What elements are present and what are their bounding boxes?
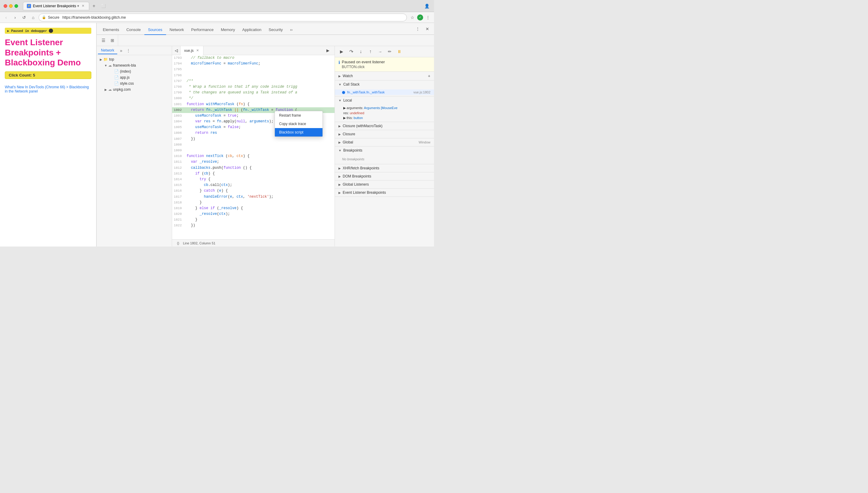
devtools-close-icon[interactable]: ✕ (423, 25, 432, 33)
extension-button[interactable]: ✓ (417, 15, 423, 21)
step-over-btn[interactable]: ↷ (347, 47, 355, 56)
dom-breakpoints-header[interactable]: ▶ DOM Breakpoints (335, 172, 434, 180)
title-bar: ⚡ Event Listener Breakpoints + ✕ + ⬜ 👤 (0, 0, 434, 12)
tab-more[interactable]: ›› (286, 25, 296, 35)
event-listener-breakpoints-header[interactable]: ▶ Event Listener Breakpoints (335, 189, 434, 196)
editor-tab-vuejs[interactable]: vue.js ✕ (180, 46, 203, 55)
xhr-breakpoints-header[interactable]: ▶ XHR/fetch Breakpoints (335, 164, 434, 172)
tab-application[interactable]: Application (239, 25, 265, 35)
tab-security[interactable]: Security (265, 25, 286, 35)
editor-collapse-btn[interactable]: ◁ (172, 46, 180, 55)
scope-local-header[interactable]: ▼ Local (335, 97, 434, 104)
code-line-1800: 1800 */ (172, 95, 334, 101)
call-stack-item-0[interactable]: fn._withTask.fn._withTask vue.js:1802 (335, 89, 434, 95)
tree-item-index[interactable]: ▶ 📄 (index) (97, 68, 172, 74)
call-stack-header[interactable]: ▼ Call Stack (335, 81, 434, 88)
page-link-network[interactable]: What's New In DevTools (Chrome 66) > Bla… (5, 85, 91, 93)
breakpoints-header[interactable]: ▼ Breakpoints (335, 147, 434, 154)
file-tree: ▶ 📁 top ▼ ☁ framework-bla ▶ (97, 55, 172, 246)
code-line-1820: 1820 _resolve(ctx); (172, 211, 334, 217)
menu-button[interactable]: ⋮ (425, 14, 432, 21)
code-line-1816: 1816 } catch (e) { (172, 188, 334, 194)
tree-item-unpkg[interactable]: ▶ ☁ unpkg.com (97, 86, 172, 92)
paused-title: Paused on event listener (342, 60, 385, 64)
call-stack-body: fn._withTask.fn._withTask vue.js:1802 (335, 88, 434, 96)
paused-icon: ▶ (7, 29, 9, 33)
show-navigator-icon[interactable]: ☰ (99, 36, 108, 45)
tree-item-appjs-label: app.js (120, 75, 169, 80)
tab-search-button[interactable]: ⬜ (99, 2, 108, 10)
home-button[interactable]: ⌂ (29, 14, 37, 21)
tab-elements[interactable]: Elements (99, 25, 123, 35)
scope-global-header[interactable]: ▶ Global Window (335, 138, 434, 146)
scope-item-arguments[interactable]: ▶ arguments: Arguments [MouseEve (335, 105, 434, 111)
ctx-menu-blackbox-script[interactable]: Blackbox script (275, 128, 323, 136)
scope-closure-wmt-header[interactable]: ▶ Closure (withMacroTask) (335, 122, 434, 130)
network-tab[interactable]: Network (98, 47, 117, 54)
global-listeners-header[interactable]: ▶ Global Listeners (335, 180, 434, 188)
search-across-files-icon[interactable]: ⊞ (108, 36, 117, 45)
page-links: What's New In DevTools (Chrome 66) > Bla… (5, 85, 91, 93)
tab-console[interactable]: Console (123, 25, 144, 35)
code-line-1797: 1797 /** (172, 78, 334, 84)
scope-closure-wmt-label: Closure (withMacroTask) (343, 124, 383, 128)
paused-debugger-badge: ▶ Paused in debugger (5, 28, 91, 34)
browser-tab[interactable]: ⚡ Event Listener Breakpoints + ✕ (23, 2, 89, 10)
tab-memory[interactable]: Memory (217, 25, 239, 35)
forward-button[interactable]: › (12, 14, 19, 21)
tab-performance[interactable]: Performance (188, 25, 217, 35)
tree-item-stylecss-label: style.css (120, 81, 169, 86)
new-tab-button[interactable]: + (90, 2, 97, 9)
code-line-1801: 1801 function withMacroTask (fn) { (172, 102, 334, 107)
tree-item-top-label: top (109, 57, 169, 62)
code-content[interactable]: 1793 // fallback to macro 1794 microTime… (172, 55, 334, 239)
address-bar[interactable]: 🔒 Secure https://framework-blackboxing.g… (39, 14, 407, 21)
scope-item-this[interactable]: ▶ this: button (335, 115, 434, 121)
bookmark-button[interactable]: ☆ (409, 14, 416, 21)
step-into-btn[interactable]: ↓ (356, 47, 365, 56)
scope-closure-header[interactable]: ▶ Closure (335, 130, 434, 138)
ctx-menu-copy-stack-trace[interactable]: Copy stack trace (275, 120, 323, 128)
editor-tab-close[interactable]: ✕ (195, 48, 199, 53)
global-listeners-section: ▶ Global Listeners (335, 180, 434, 189)
ctx-menu-restart-frame[interactable]: Restart frame (275, 111, 323, 120)
deactivate-breakpoints-btn[interactable]: ✏ (386, 47, 394, 56)
close-button[interactable] (4, 4, 7, 8)
tree-item-framework[interactable]: ▼ ☁ framework-bla (97, 62, 172, 68)
code-line-1821: 1821 } (172, 217, 334, 223)
tab-sources[interactable]: Sources (144, 25, 166, 35)
step-out-btn[interactable]: ↑ (366, 47, 375, 56)
devtools-settings-icon[interactable]: ⋮ (413, 25, 422, 33)
tab-network[interactable]: Network (166, 25, 188, 35)
code-panel: ◁ vue.js ✕ ▶ 1793 // fallback to macro (172, 46, 334, 246)
pause-on-exceptions-btn[interactable]: ⏸ (395, 47, 404, 56)
step-btn[interactable]: → (376, 47, 384, 56)
tree-item-stylecss[interactable]: ▶ 📄 style.css (97, 81, 172, 86)
file-panel-menu-btn[interactable]: ⋮ (125, 47, 132, 54)
format-icon[interactable]: {} (176, 241, 180, 245)
devtools-tab-bar: Elements Console Sources Network Perform… (97, 23, 434, 35)
tree-item-framework-label: framework-bla (113, 63, 169, 67)
scope-item-res[interactable]: res: undefined (335, 111, 434, 115)
paused-subtitle: BUTTON.click (342, 65, 385, 69)
back-button[interactable]: ‹ (2, 14, 9, 21)
resume-btn[interactable]: ▶ (337, 47, 346, 56)
xhr-breakpoints-label: XHR/fetch Breakpoints (343, 166, 379, 170)
tree-item-appjs[interactable]: ▶ 📄 app.js (97, 74, 172, 81)
editor-tab-vuejs-label: vue.js (184, 48, 194, 53)
watch-add-btn[interactable]: + (428, 73, 430, 78)
file-panel-more-btn[interactable]: » (118, 47, 125, 54)
code-line-1795: 1795 (172, 67, 334, 72)
dom-breakpoints-arrow: ▶ (339, 175, 341, 178)
traffic-lights (4, 4, 18, 8)
tab-close-button[interactable]: ✕ (81, 4, 85, 8)
maximize-button[interactable] (15, 4, 18, 8)
refresh-button[interactable]: ↺ (21, 14, 28, 21)
click-count-badge[interactable]: Click Count: 5 (5, 71, 91, 79)
watch-header[interactable]: ▶ Watch + (335, 72, 434, 80)
prettify-btn[interactable]: ▶ (324, 46, 332, 55)
minimize-button[interactable] (9, 4, 13, 8)
breakpoint-dot (342, 91, 345, 94)
account-button[interactable]: 👤 (423, 2, 430, 9)
tree-item-top[interactable]: ▶ 📁 top (97, 56, 172, 62)
